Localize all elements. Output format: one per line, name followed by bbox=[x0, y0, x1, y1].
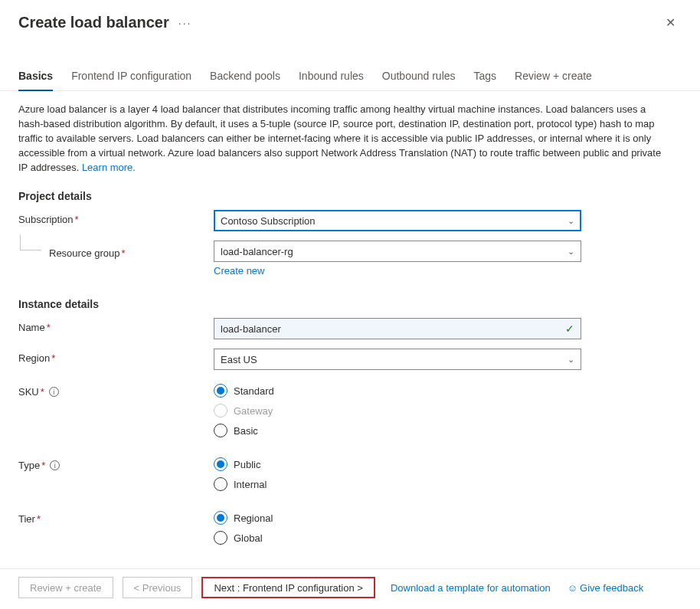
type-public-label: Public bbox=[234, 459, 260, 470]
checkmark-icon: ✓ bbox=[565, 323, 574, 335]
row-tier: Tier* Regional Global bbox=[18, 509, 682, 545]
sku-standard-radio[interactable]: Standard bbox=[214, 384, 581, 398]
previous-button[interactable]: < Previous bbox=[123, 577, 193, 598]
create-new-link[interactable]: Create new bbox=[214, 265, 581, 277]
tab-frontend-ip[interactable]: Frontend IP configuration bbox=[71, 64, 191, 91]
type-internal-radio[interactable]: Internal bbox=[214, 477, 581, 491]
row-region: Region* East US ⌄ bbox=[18, 349, 682, 370]
more-icon[interactable]: ··· bbox=[178, 17, 192, 29]
label-tier: Tier* bbox=[18, 509, 214, 525]
tab-inbound-rules[interactable]: Inbound rules bbox=[299, 64, 364, 91]
name-value: load-balancer bbox=[221, 323, 281, 335]
label-region: Region* bbox=[18, 349, 214, 364]
info-icon[interactable]: i bbox=[50, 460, 60, 470]
required-marker: * bbox=[47, 322, 51, 333]
tab-backend-pools[interactable]: Backend pools bbox=[210, 64, 280, 91]
row-subscription: Subscription* Contoso Subscription ⌄ bbox=[18, 210, 682, 231]
radio-icon bbox=[214, 531, 227, 545]
label-sku: SKU* i bbox=[18, 382, 214, 398]
sku-gateway-label: Gateway bbox=[234, 405, 273, 417]
download-template-link[interactable]: Download a template for automation bbox=[391, 582, 551, 594]
region-value: East US bbox=[221, 354, 257, 365]
indent-line bbox=[20, 235, 41, 250]
page-title: Create load balancer bbox=[18, 14, 169, 31]
subscription-select[interactable]: Contoso Subscription ⌄ bbox=[214, 210, 581, 231]
resource-group-value: load-balancer-rg bbox=[221, 246, 293, 257]
main-content: Azure load balancer is a layer 4 load ba… bbox=[0, 91, 700, 545]
learn-more-link[interactable]: Learn more. bbox=[82, 162, 136, 173]
section-instance-details: Instance details bbox=[18, 298, 682, 310]
row-type: Type* i Public Internal bbox=[18, 456, 682, 491]
required-marker: * bbox=[75, 214, 79, 225]
type-radio-group: Public Internal bbox=[214, 456, 581, 491]
label-resource-group: Resource group* bbox=[18, 241, 214, 259]
sku-radio-group: Standard Gateway Basic bbox=[214, 382, 581, 437]
required-marker: * bbox=[51, 352, 55, 364]
resource-group-select[interactable]: load-balancer-rg ⌄ bbox=[214, 241, 581, 262]
required-marker: * bbox=[41, 386, 44, 398]
chevron-down-icon: ⌄ bbox=[568, 216, 574, 226]
row-sku: SKU* i Standard Gateway Basic bbox=[18, 382, 682, 437]
row-name: Name* load-balancer ✓ bbox=[18, 318, 682, 339]
footer-bar: Review + create < Previous Next : Fronte… bbox=[0, 568, 700, 609]
tabs-bar: Basics Frontend IP configuration Backend… bbox=[0, 64, 700, 91]
type-public-radio[interactable]: Public bbox=[214, 457, 581, 471]
give-feedback-label: Give feedback bbox=[580, 582, 643, 594]
sku-basic-radio[interactable]: Basic bbox=[214, 424, 581, 437]
tier-radio-group: Regional Global bbox=[214, 509, 581, 545]
tab-review-create[interactable]: Review + create bbox=[515, 64, 592, 91]
section-project-details: Project details bbox=[18, 190, 682, 202]
tab-tags[interactable]: Tags bbox=[474, 64, 497, 91]
subscription-value: Contoso Subscription bbox=[221, 215, 316, 227]
region-select[interactable]: East US ⌄ bbox=[214, 349, 581, 370]
radio-icon bbox=[214, 424, 227, 437]
give-feedback-link[interactable]: ☺ Give feedback bbox=[568, 582, 643, 594]
sku-gateway-radio[interactable]: Gateway bbox=[214, 404, 581, 417]
tier-regional-label: Regional bbox=[234, 512, 273, 524]
label-type: Type* i bbox=[18, 456, 214, 471]
required-marker: * bbox=[41, 460, 45, 471]
tier-regional-radio[interactable]: Regional bbox=[214, 511, 581, 525]
page-header: Create load balancer ··· ✕ bbox=[0, 0, 700, 41]
required-marker: * bbox=[122, 247, 126, 259]
next-button[interactable]: Next : Frontend IP configuration > bbox=[201, 577, 375, 598]
tier-global-label: Global bbox=[234, 532, 263, 544]
feedback-icon: ☺ bbox=[568, 582, 577, 594]
type-internal-label: Internal bbox=[234, 479, 267, 490]
close-icon[interactable]: ✕ bbox=[659, 12, 682, 33]
review-create-button[interactable]: Review + create bbox=[18, 577, 113, 598]
sku-standard-label: Standard bbox=[234, 385, 274, 397]
tab-outbound-rules[interactable]: Outbound rules bbox=[382, 64, 456, 91]
radio-icon bbox=[214, 384, 227, 398]
chevron-down-icon: ⌄ bbox=[568, 247, 574, 257]
required-marker: * bbox=[37, 513, 41, 525]
info-icon[interactable]: i bbox=[49, 387, 59, 397]
label-name: Name* bbox=[18, 318, 214, 333]
name-input[interactable]: load-balancer ✓ bbox=[214, 318, 581, 339]
row-resource-group: Resource group* load-balancer-rg ⌄ Creat… bbox=[18, 241, 682, 277]
radio-icon bbox=[214, 457, 227, 471]
sku-basic-label: Basic bbox=[234, 425, 258, 437]
radio-icon bbox=[214, 511, 227, 525]
radio-icon bbox=[214, 477, 227, 491]
tab-basics[interactable]: Basics bbox=[18, 64, 53, 91]
chevron-down-icon: ⌄ bbox=[568, 355, 574, 365]
label-subscription: Subscription* bbox=[18, 210, 214, 225]
radio-icon bbox=[214, 404, 227, 417]
tier-global-radio[interactable]: Global bbox=[214, 531, 581, 545]
description-text: Azure load balancer is a layer 4 load ba… bbox=[18, 102, 662, 175]
